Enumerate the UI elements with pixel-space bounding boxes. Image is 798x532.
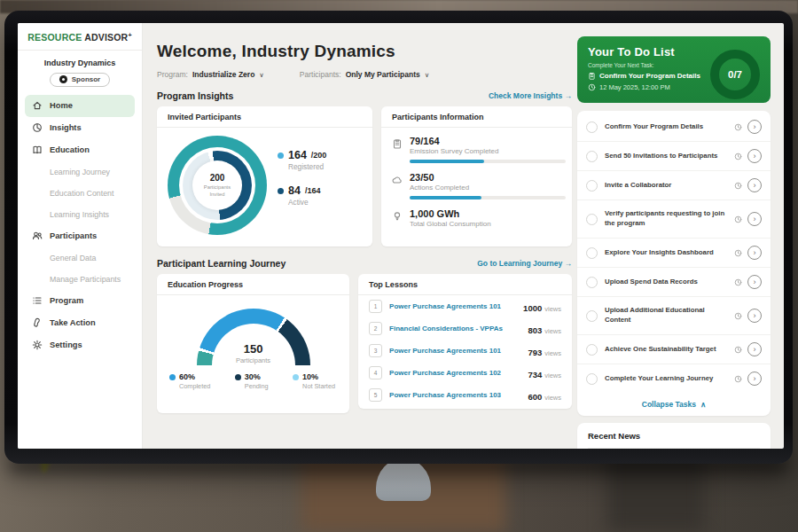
lesson-row: 5 Power Purchase Agreements 103 600views: [358, 384, 572, 406]
chevron-down-icon: ∨: [425, 71, 430, 79]
todo-item[interactable]: Confirm Your Program Details ›: [577, 113, 771, 142]
arrow-right-icon: →: [565, 259, 573, 268]
todo-checkbox[interactable]: [586, 310, 598, 322]
todo-progress-ring: 0/7: [710, 50, 760, 99]
todo-go-button[interactable]: ›: [747, 212, 762, 226]
sidebar-item-manage-participants[interactable]: Manage Participants: [25, 269, 135, 290]
gauge-center-value: 150: [157, 342, 349, 356]
clock-icon: [734, 182, 742, 190]
clock-icon: [734, 249, 742, 257]
todo-summary-card: Your To Do List Complete Your Next Task:…: [577, 36, 771, 103]
lesson-link[interactable]: Power Purchase Agreements 101: [389, 302, 523, 310]
todo-go-button[interactable]: ›: [747, 120, 762, 134]
lesson-link[interactable]: Power Purchase Agreements 103: [389, 391, 528, 399]
take-action-icon: [32, 317, 43, 328]
lesson-row: 2 Financial Considerations - VPPAs 803vi…: [358, 317, 572, 340]
education-progress-card: Education Progress 150 Participants 60% …: [157, 274, 349, 413]
sidebar-item-home[interactable]: Home: [25, 95, 135, 117]
rank-badge: 5: [369, 388, 382, 402]
app-logo: RESOURCE ADVISOR+: [18, 31, 142, 43]
sidebar-divider: [18, 50, 142, 51]
arrow-right-icon: →: [565, 91, 573, 100]
page-title: Welcome, Industry Dynamics: [157, 42, 572, 61]
sponsor-badge[interactable]: Sponsor: [50, 73, 110, 87]
sidebar-item-learning-journey[interactable]: Learning Journey: [25, 161, 135, 183]
rank-badge: 2: [369, 322, 382, 335]
legend-pending: 30% Pending: [235, 372, 269, 390]
consumption-icon: [392, 211, 403, 222]
todo-item[interactable]: Upload Additional Educational Content ›: [577, 297, 771, 335]
todo-checkbox[interactable]: [586, 344, 598, 356]
lesson-link[interactable]: Power Purchase Agreements 102: [389, 369, 528, 377]
sidebar-item-general-data[interactable]: General Data: [25, 247, 135, 269]
education-icon: [32, 145, 43, 155]
todo-go-button[interactable]: ›: [747, 309, 762, 323]
clock-icon: [734, 153, 742, 160]
todo-checkbox[interactable]: [586, 121, 598, 133]
lesson-link[interactable]: Financial Considerations - VPPAs: [389, 325, 528, 332]
sidebar: RESOURCE ADVISOR+ Industry Dynamics Spon…: [18, 23, 143, 449]
main-content: Welcome, Industry Dynamics Program: Indu…: [143, 23, 572, 449]
organization-name: Industry Dynamics: [18, 59, 142, 67]
legend-registered: 164 /200 Registered: [278, 149, 326, 171]
sidebar-item-participants[interactable]: Participants: [25, 225, 135, 247]
todo-go-button[interactable]: ›: [747, 342, 762, 356]
sidebar-item-program[interactable]: Program: [25, 290, 135, 312]
todo-item[interactable]: Complete Your Learning Journey ›: [577, 364, 771, 393]
photo-stage: RESOURCE ADVISOR+ Industry Dynamics Spon…: [0, 0, 798, 532]
todo-item[interactable]: Send 50 Invitations to Participants ›: [577, 142, 771, 171]
lesson-link[interactable]: Power Purchase Agreements 101: [389, 347, 528, 355]
collapse-tasks-link[interactable]: Collapse Tasks ∧: [577, 393, 771, 416]
todo-checkbox[interactable]: [586, 151, 598, 162]
todo-item[interactable]: Achieve One Sustainability Target ›: [577, 335, 771, 364]
logo-text-dark: ADVISOR+: [84, 32, 132, 43]
stat-actions-completed: 23/50 Actions Completed: [392, 172, 559, 200]
clock-icon: [734, 375, 742, 383]
rank-badge: 1: [369, 300, 382, 313]
todo-item[interactable]: Invite a Collaborator ›: [577, 171, 771, 200]
sidebar-item-education-content[interactable]: Education Content: [25, 183, 135, 204]
insights-cards-row: Invited Participants 200 Participants In…: [157, 106, 572, 246]
legend-dot: [169, 374, 176, 380]
sidebar-item-take-action[interactable]: Take Action: [25, 312, 135, 334]
go-to-learning-journey-link[interactable]: Go to Learning Journey →: [477, 259, 572, 268]
program-filter[interactable]: Program: Industrialize Zero ∨: [157, 70, 264, 79]
home-icon: [32, 100, 43, 111]
todo-checkbox[interactable]: [586, 277, 598, 288]
actions-icon: [392, 175, 403, 185]
gauge-center-label: Participants: [157, 356, 349, 364]
invited-participants-card: Invited Participants 200 Participants In…: [157, 106, 372, 246]
todo-go-button[interactable]: ›: [747, 178, 762, 192]
invited-donut-chart: 200 Participants Invited: [168, 136, 267, 235]
participants-filter[interactable]: Participants: Only My Participants ∨: [300, 70, 429, 79]
todo-checkbox[interactable]: [586, 247, 598, 259]
participants-icon: [32, 231, 43, 241]
sidebar-item-education[interactable]: Education: [25, 139, 135, 161]
todo-go-button[interactable]: ›: [747, 149, 762, 163]
check-more-insights-link[interactable]: Check More Insights →: [489, 91, 572, 100]
dashboard-screen: RESOURCE ADVISOR+ Industry Dynamics Spon…: [18, 23, 784, 449]
todo-go-button[interactable]: ›: [747, 372, 762, 386]
insights-icon: [32, 122, 43, 133]
legend-completed: 60% Completed: [169, 372, 210, 390]
todo-checkbox[interactable]: [586, 373, 598, 385]
todo-go-button[interactable]: ›: [747, 246, 762, 260]
todo-go-button[interactable]: ›: [747, 275, 762, 289]
lesson-row: 1 Power Purchase Agreements 101 1000view…: [358, 295, 572, 317]
todo-checkbox[interactable]: [586, 214, 598, 225]
todo-item[interactable]: Verify participants requesting to join t…: [577, 200, 771, 239]
clipboard-icon: [588, 72, 596, 80]
clock-icon: [734, 215, 742, 223]
participants-information-card: Participants Information 79/164 Emission…: [381, 106, 572, 246]
todo-item[interactable]: Explore Your Insights Dashboard ›: [577, 239, 771, 268]
recent-news-card: Recent News: [577, 423, 771, 449]
sidebar-item-settings[interactable]: Settings: [25, 334, 135, 356]
progress-bar: [410, 196, 566, 200]
sidebar-item-learning-insights[interactable]: Learning Insights: [25, 204, 135, 225]
sidebar-item-insights[interactable]: Insights: [25, 117, 135, 139]
chevron-up-icon: ∧: [700, 400, 706, 409]
sponsor-badge-label: Sponsor: [72, 75, 100, 83]
todo-checkbox[interactable]: [586, 180, 598, 192]
todo-item[interactable]: Upload Spend Data Records ›: [577, 268, 771, 297]
chevron-down-icon: ∨: [259, 71, 264, 79]
